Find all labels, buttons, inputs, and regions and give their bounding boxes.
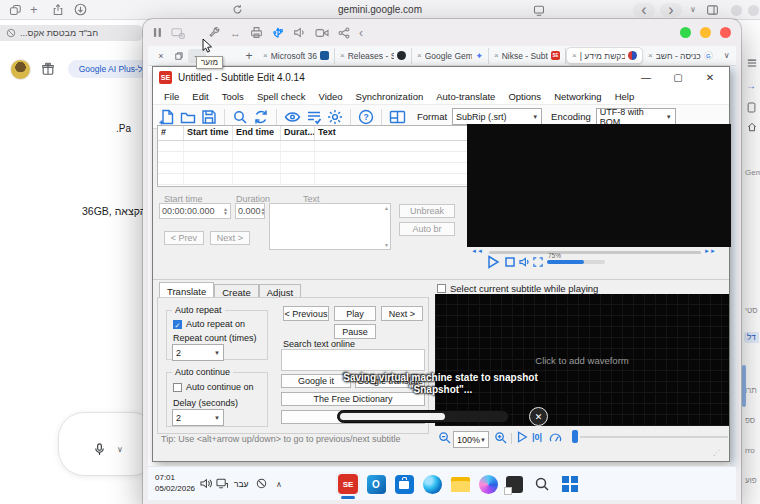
checkbox-checked-icon[interactable]: ✓ [173, 320, 182, 329]
traffic-light-red[interactable] [720, 27, 731, 38]
tab-close-icon[interactable]: × [417, 51, 422, 60]
share-nodes-icon[interactable] [338, 27, 350, 39]
doc-icon[interactable] [747, 102, 756, 113]
tab-close-icon[interactable]: × [494, 51, 499, 60]
waveform-position-track[interactable] [580, 436, 728, 438]
se-close-icon[interactable]: ✕ [697, 72, 723, 83]
zoom-out-icon[interactable] [438, 431, 451, 444]
sidebar-fragment[interactable]: rro [745, 446, 755, 455]
menu-icon[interactable] [747, 58, 757, 68]
sidebar-fragment-active[interactable]: דל [744, 332, 759, 343]
col-start-time[interactable]: Start time [184, 126, 233, 140]
menu-synchronization[interactable]: Synchronization [356, 91, 424, 102]
camera-icon[interactable] [315, 27, 329, 39]
network-tray-icon[interactable] [216, 478, 228, 489]
traffic-light-green[interactable] [680, 27, 691, 38]
prev-subtitle-button[interactable]: < Prev [164, 231, 204, 245]
taskbar-microsoft-store[interactable] [392, 472, 416, 496]
usb-icon[interactable] [272, 26, 284, 39]
col-text[interactable]: Text [315, 126, 467, 140]
next-button[interactable]: Next > [381, 306, 423, 321]
menu-options[interactable]: Options [508, 91, 541, 102]
col-duration[interactable]: Durat... [281, 126, 315, 140]
duration-spinner[interactable]: 0.000▲▼ [235, 203, 265, 219]
toolbar-extra-button-2[interactable] [748, 5, 759, 16]
video-stop-icon[interactable] [505, 257, 515, 267]
sidebar-fragment[interactable]: פוע [745, 476, 757, 485]
pause-button[interactable]: Pause [334, 324, 376, 339]
menu-tools[interactable]: Tools [222, 91, 244, 102]
next-subtitle-button[interactable]: Next > [210, 231, 250, 245]
video-play-icon[interactable] [486, 255, 500, 269]
menu-help[interactable]: Help [615, 91, 635, 102]
taskbar-start[interactable] [558, 472, 582, 496]
share-icon[interactable] [52, 4, 64, 16]
upgrade-button[interactable]: ל-Google AI Plus [68, 60, 153, 78]
browser-page-scrollbar[interactable] [730, 66, 737, 466]
se-maximize-icon[interactable]: ▢ [665, 72, 691, 83]
waveform-position-slider[interactable] [572, 430, 578, 443]
checkbox-unchecked-icon[interactable] [437, 284, 446, 293]
col-end-time[interactable]: End time [233, 126, 281, 140]
encoding-select[interactable]: UTF-8 with BOM▼ [596, 108, 676, 125]
col-number[interactable]: # [158, 126, 184, 140]
playback-speed-icon[interactable] [549, 431, 562, 444]
home-icon[interactable] [747, 122, 757, 132]
menu-auto-translate[interactable]: Auto-translate [436, 91, 495, 102]
waveform-area[interactable]: Click to add waveform [435, 294, 729, 426]
layout-icon[interactable] [389, 109, 406, 125]
auto-br-button[interactable]: Auto br [399, 222, 455, 236]
auto-repeat-checkbox[interactable]: ✓ Auto repeat on [173, 319, 245, 329]
play-button[interactable]: Play [334, 306, 376, 321]
visual-sync-icon[interactable] [284, 109, 301, 125]
menu-networking[interactable]: Networking [554, 91, 602, 102]
previous-button[interactable]: < Previous [283, 306, 329, 321]
sidebar-fragment[interactable]: ספ [745, 416, 755, 425]
scroll-up-icon[interactable]: ▲ [384, 205, 389, 211]
fix-common-errors-icon[interactable] [306, 109, 322, 125]
toolbar-extra-button[interactable] [731, 5, 742, 16]
help-icon[interactable]: ? [358, 109, 374, 125]
subtitle-text-area[interactable]: ▲ ▼ [269, 203, 391, 250]
search-text-input[interactable] [281, 349, 425, 371]
sidebar-toggle-icon[interactable] [706, 4, 719, 16]
chevron-down-icon[interactable]: ∨ [690, 5, 696, 14]
replace-icon[interactable] [253, 109, 269, 125]
open-file-icon[interactable] [180, 109, 196, 125]
sidebar-fragment[interactable]: סטי [745, 306, 758, 315]
menu-edit[interactable]: Edit [192, 91, 208, 102]
printer-icon[interactable] [250, 26, 263, 39]
delay-select[interactable]: 2▼ [172, 409, 224, 426]
waveform-zoom-select[interactable]: 100%▼ [453, 431, 489, 448]
zoom-in-icon[interactable] [494, 431, 507, 444]
language-indicator[interactable]: עבר [234, 479, 249, 489]
browser-tab[interactable]: × Microsoft 36 [258, 48, 335, 64]
tab-close-icon[interactable]: × [263, 51, 268, 60]
microphone-icon[interactable] [93, 443, 106, 456]
back-button[interactable]: ‹ [633, 3, 655, 17]
subtitle-grid[interactable]: # Start time End time Durat... Text [157, 125, 468, 187]
video-seek-bar[interactable] [489, 251, 701, 254]
settings-gear-icon[interactable] [327, 109, 343, 125]
taskbar-clock[interactable]: 07:01 05/02/2026 [155, 472, 195, 494]
show-hidden-icons-chevron[interactable]: ∧ [276, 480, 282, 489]
pause-icon[interactable] [153, 27, 162, 38]
resize-grip[interactable]: ⋰ [713, 449, 721, 457]
downloads-icon[interactable] [74, 3, 87, 16]
scroll-down-icon[interactable]: ▼ [384, 242, 389, 248]
close-window-icon[interactable]: × [152, 49, 170, 63]
taskbar-search[interactable] [530, 472, 554, 496]
taskbar-dark-app[interactable] [502, 472, 526, 496]
taskbar-copilot[interactable] [476, 472, 500, 496]
snapshot-icon[interactable] [171, 27, 185, 39]
browser-tab[interactable]: × Releases - Su [335, 48, 412, 64]
menu-file[interactable]: File [164, 91, 179, 102]
forward-button[interactable]: › [660, 3, 682, 17]
tab-close-icon[interactable]: × [648, 51, 653, 60]
menu-video[interactable]: Video [318, 91, 342, 102]
new-file-icon[interactable] [159, 109, 175, 125]
fit-window-icon[interactable]: ↔ [230, 27, 241, 39]
seek-forward-icon[interactable]: ►► [704, 248, 716, 254]
tab-close-icon[interactable]: × [340, 51, 345, 60]
audio-icon[interactable] [293, 26, 306, 39]
